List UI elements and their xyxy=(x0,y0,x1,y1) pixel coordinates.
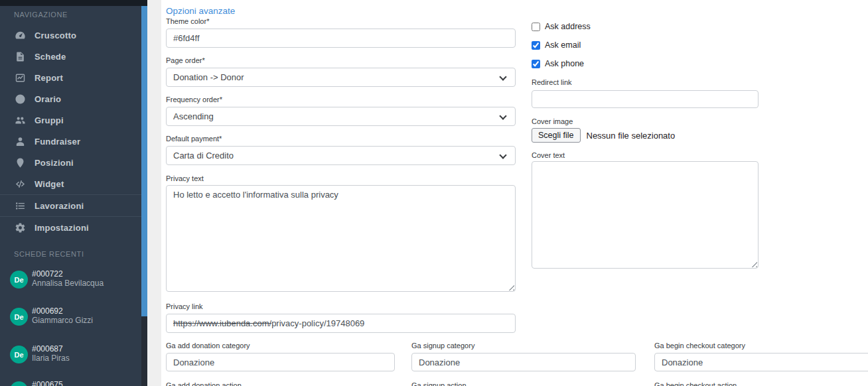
sidebar-item-impostazioni[interactable]: Impostazioni xyxy=(0,217,141,238)
recent-card-id: #000675 xyxy=(32,380,63,386)
ga-begin-checkout-category-label: Ga begin checkout category xyxy=(654,342,745,350)
ga-signup-action-label: Ga signup action xyxy=(411,381,467,386)
sidebar-item-gruppi[interactable]: Gruppi xyxy=(0,109,141,131)
avatar: De xyxy=(10,271,28,289)
sidebar-item-label: Schede xyxy=(35,52,66,62)
recent-card-id: #000722 xyxy=(32,269,63,279)
recent-card-name: Ilaria Piras xyxy=(32,354,70,363)
app-window: NAVIGAZIONE Cruscotto Schede Report Orar… xyxy=(0,0,868,386)
page-order-label: Page order* xyxy=(166,56,205,64)
chevron-down-icon xyxy=(499,73,506,80)
sidebar-item-label: Report xyxy=(35,73,63,83)
ask-email-checkbox[interactable] xyxy=(532,41,540,50)
code-icon xyxy=(15,178,26,190)
tasks-icon xyxy=(15,200,26,212)
sidebar-item-label: Gruppi xyxy=(35,115,64,125)
recent-card-item[interactable]: De #000675 xyxy=(0,380,141,386)
ga-begin-checkout-action-label: Ga begin checkout action xyxy=(654,381,737,386)
users-icon xyxy=(15,115,26,126)
frequency-order-label: Frequency order* xyxy=(166,96,222,103)
ask-email-label: Ask email xyxy=(545,40,581,50)
avatar: De xyxy=(10,346,28,363)
recent-card-item[interactable]: De #000687 Ilaria Piras xyxy=(0,344,141,367)
advanced-options-link[interactable]: Opzioni avanzate xyxy=(166,6,235,16)
ask-address-row: Ask address xyxy=(532,22,591,31)
clock-icon xyxy=(15,94,26,105)
map-pin-icon xyxy=(15,157,26,168)
avatar: De xyxy=(10,308,28,326)
nav-section-header: NAVIGAZIONE xyxy=(14,11,68,19)
gear-icon xyxy=(15,222,26,233)
sidebar-scrollbar xyxy=(141,0,147,386)
sidebar-item-posizioni[interactable]: Posizioni xyxy=(0,152,141,173)
ask-address-label: Ask address xyxy=(545,22,591,31)
sidebar-item-label: Posizioni xyxy=(35,158,74,168)
chevron-down-icon xyxy=(499,112,506,119)
privacy-link-input[interactable]: https://www.iubenda.com/privacy-policy/1… xyxy=(166,314,516,333)
default-payment-label: Default payment* xyxy=(166,135,222,143)
file-status-text: Nessun file selezionato xyxy=(587,131,676,141)
sidebar-item-orario[interactable]: Orario xyxy=(0,88,141,109)
sidebar-item-report[interactable]: Report xyxy=(0,67,141,88)
ask-phone-checkbox[interactable] xyxy=(532,60,540,68)
theme-color-label: Theme color* xyxy=(166,17,209,25)
ga-add-donation-category-input[interactable] xyxy=(166,353,395,371)
redirect-link-label: Redirect link xyxy=(532,78,572,86)
sidebar-item-schede[interactable]: Schede xyxy=(0,46,141,67)
chevron-down-icon xyxy=(499,151,506,159)
privacy-text-label: Privacy text xyxy=(166,174,204,182)
ask-phone-row: Ask phone xyxy=(532,59,584,68)
choose-file-button[interactable]: Scegli file xyxy=(532,128,581,143)
cover-image-label: Cover image xyxy=(532,117,573,125)
ga-begin-checkout-category-input[interactable] xyxy=(654,353,868,371)
sidebar: NAVIGAZIONE Cruscotto Schede Report Orar… xyxy=(0,0,141,386)
recent-card-name: Giammarco Gizzi xyxy=(32,316,93,325)
cover-text-label: Cover text xyxy=(532,151,565,159)
redirect-link-input[interactable] xyxy=(532,90,759,108)
sidebar-item-label: Orario xyxy=(35,94,61,104)
cover-image-file-input: Scegli file Nessun file selezionato xyxy=(532,128,675,143)
privacy-text-textarea[interactable]: Ho letto e accetto l'informativa sulla p… xyxy=(166,185,516,292)
user-icon xyxy=(15,136,26,147)
page-order-value: Donation -> Donor xyxy=(173,72,244,82)
frequency-order-select[interactable]: Ascending xyxy=(166,107,516,126)
ga-add-donation-action-label: Ga add donation action xyxy=(166,381,242,386)
recent-section-header: SCHEDE RECENTI xyxy=(14,250,84,258)
ask-address-checkbox[interactable] xyxy=(532,23,540,31)
recent-card-id: #000687 xyxy=(32,344,63,354)
sidebar-item-label: Widget xyxy=(35,179,64,189)
ask-email-row: Ask email xyxy=(532,40,581,50)
privacy-link-struck-text: https://www.iubenda.com/ xyxy=(173,318,271,328)
theme-color-input[interactable] xyxy=(166,29,516,48)
privacy-link-label: Privacy link xyxy=(166,302,203,310)
sidebar-item-label: Fundraiser xyxy=(35,137,80,147)
sidebar-item-cruscotto[interactable]: Cruscotto xyxy=(0,25,141,46)
sidebar-item-label: Impostazioni xyxy=(35,223,89,233)
sidebar-item-fundraiser[interactable]: Fundraiser xyxy=(0,131,141,152)
cover-text-textarea[interactable] xyxy=(532,161,759,269)
recent-card-name: Annalisa Bevilacqua xyxy=(32,279,104,288)
default-payment-value: Carta di Credito xyxy=(173,151,234,161)
dashboard-icon xyxy=(15,30,26,41)
frequency-order-value: Ascending xyxy=(173,111,214,121)
recent-card-item[interactable]: De #000722 Annalisa Bevilacqua xyxy=(0,269,141,292)
sidebar-item-label: Lavorazioni xyxy=(35,201,84,211)
page-order-select[interactable]: Donation -> Donor xyxy=(166,68,516,87)
recent-card-id: #000692 xyxy=(32,306,63,316)
recent-card-item[interactable]: De #000692 Giammarco Gizzi xyxy=(0,306,141,329)
sidebar-item-lavorazioni[interactable]: Lavorazioni xyxy=(0,195,141,216)
ga-add-donation-category-label: Ga add donation category xyxy=(166,342,250,350)
default-payment-select[interactable]: Carta di Credito xyxy=(166,146,516,165)
ga-signup-category-label: Ga signup category xyxy=(411,342,474,350)
avatar: De xyxy=(10,381,28,386)
scrollbar-thumb[interactable] xyxy=(141,6,147,316)
ask-phone-label: Ask phone xyxy=(545,59,584,68)
chart-icon xyxy=(15,72,26,84)
ga-signup-category-input[interactable] xyxy=(411,353,636,371)
file-icon xyxy=(15,51,26,62)
privacy-link-rest-text: privacy-policy/19748069 xyxy=(271,318,364,328)
top-bar xyxy=(0,0,147,6)
sidebar-item-label: Cruscotto xyxy=(35,31,76,40)
sidebar-item-widget[interactable]: Widget xyxy=(0,173,141,194)
